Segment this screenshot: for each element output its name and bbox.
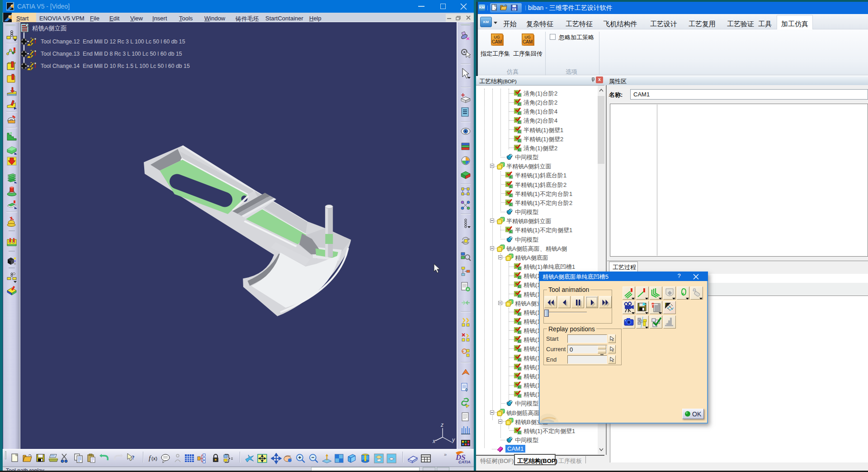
svg-text:x: x — [432, 438, 436, 444]
svg-text:(x): (x) — [151, 456, 157, 461]
svg-text:CATIA: CATIA — [458, 460, 471, 464]
svg-text:CAM: CAM — [492, 39, 502, 44]
svg-text:y: y — [452, 437, 455, 443]
svg-text:UG: UG — [524, 35, 531, 39]
svg-text:UG: UG — [494, 35, 500, 39]
svg-text:z: z — [440, 422, 443, 428]
svg-text:?: ? — [132, 454, 135, 461]
svg-text:OK: OK — [692, 410, 702, 418]
svg-text:CAM: CAM — [523, 39, 533, 44]
